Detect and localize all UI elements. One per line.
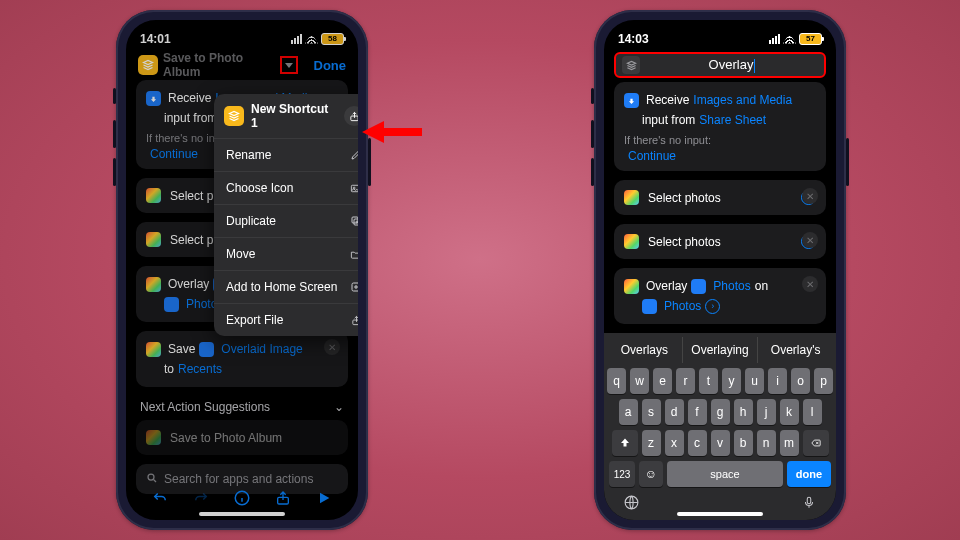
key-y[interactable]: y [722, 368, 741, 394]
key-p[interactable]: p [814, 368, 833, 394]
receive-icon [624, 93, 639, 108]
suggestion-1[interactable]: Overlays [607, 337, 683, 363]
key-c[interactable]: c [688, 430, 707, 456]
key-s[interactable]: s [642, 399, 661, 425]
key-l[interactable]: l [803, 399, 822, 425]
key-d[interactable]: d [665, 399, 684, 425]
suggestion-2[interactable]: Overlaying [683, 337, 759, 363]
pencil-icon [346, 149, 358, 161]
key-w[interactable]: w [630, 368, 649, 394]
key-m[interactable]: m [780, 430, 799, 456]
svg-rect-12 [807, 497, 811, 503]
key-q[interactable]: q [607, 368, 626, 394]
photo-icon [346, 183, 358, 194]
shift-key[interactable] [612, 430, 638, 456]
key-b[interactable]: b [734, 430, 753, 456]
shortcut-icon-placeholder [622, 56, 640, 74]
keyboard: Overlays Overlaying Overlay's qwertyuiop… [604, 333, 836, 520]
cellular-icon [769, 34, 780, 44]
key-a[interactable]: a [619, 399, 638, 425]
share-button[interactable] [344, 106, 358, 126]
key-o[interactable]: o [791, 368, 810, 394]
receive-source[interactable]: Share Sheet [699, 110, 766, 130]
key-e[interactable]: e [653, 368, 672, 394]
receive-types[interactable]: Images and Media [693, 90, 792, 110]
shortcut-icon [224, 106, 244, 126]
select-photos-action-2[interactable]: Select photos › ✕ [614, 224, 826, 259]
overlay-action[interactable]: ✕ Overlay Photos on Photos › [614, 268, 826, 324]
shortcut-name-field[interactable]: Overlay [614, 52, 826, 78]
key-k[interactable]: k [780, 399, 799, 425]
backspace-key[interactable] [803, 430, 829, 456]
photos-app-icon [624, 279, 639, 294]
menu-export[interactable]: Export File [214, 304, 358, 336]
shortcut-name: New Shortcut 1 [251, 102, 337, 130]
chevron-right-icon: › [705, 299, 720, 314]
key-i[interactable]: i [768, 368, 787, 394]
share-icon [346, 314, 358, 327]
variable-icon [691, 279, 706, 294]
key-g[interactable]: g [711, 399, 730, 425]
keyboard-done-button[interactable]: done [787, 461, 831, 487]
keyboard-suggestions: Overlays Overlaying Overlay's [607, 337, 833, 363]
photos-app-icon [624, 190, 639, 205]
key-x[interactable]: x [665, 430, 684, 456]
key-z[interactable]: z [642, 430, 661, 456]
duplicate-icon [346, 215, 358, 227]
key-v[interactable]: v [711, 430, 730, 456]
key-j[interactable]: j [757, 399, 776, 425]
space-key[interactable]: space [667, 461, 783, 487]
emoji-key[interactable]: ☺ [639, 461, 663, 487]
select-photos-action-1[interactable]: Select photos › ✕ [614, 180, 826, 215]
menu-rename[interactable]: Rename [214, 139, 358, 172]
menu-move[interactable]: Move [214, 238, 358, 271]
key-n[interactable]: n [757, 430, 776, 456]
status-time: 14:03 [618, 32, 649, 46]
dictation-key[interactable] [799, 492, 819, 512]
photos-app-icon [624, 234, 639, 249]
text-cursor [754, 59, 755, 73]
remove-action-button[interactable]: ✕ [802, 188, 818, 204]
phone-right: 14:03 57 Overlay [594, 10, 846, 530]
annotation-arrow [362, 118, 432, 160]
shortcut-context-menu: New Shortcut 1 Rename Choose Icon Duplic… [214, 94, 358, 336]
remove-action-button[interactable]: ✕ [802, 276, 818, 292]
key-r[interactable]: r [676, 368, 695, 394]
receive-card: Receive Images and Media input from Shar… [614, 82, 826, 171]
home-indicator[interactable] [677, 512, 763, 516]
numbers-key[interactable]: 123 [609, 461, 635, 487]
svg-rect-9 [353, 320, 358, 325]
plus-square-icon [346, 281, 358, 293]
key-t[interactable]: t [699, 368, 718, 394]
menu-duplicate[interactable]: Duplicate [214, 205, 358, 238]
no-input-action[interactable]: Continue [628, 149, 816, 163]
wifi-icon [783, 34, 796, 44]
variable-icon [642, 299, 657, 314]
suggestion-3[interactable]: Overlay's [758, 337, 833, 363]
menu-choose-icon[interactable]: Choose Icon [214, 172, 358, 205]
key-h[interactable]: h [734, 399, 753, 425]
battery-icon: 57 [799, 33, 822, 45]
phone-left: 14:01 58 Save to Photo Album Done [116, 10, 368, 530]
svg-marker-10 [362, 121, 422, 143]
menu-add-home[interactable]: Add to Home Screen [214, 271, 358, 304]
remove-action-button[interactable]: ✕ [802, 232, 818, 248]
key-f[interactable]: f [688, 399, 707, 425]
globe-key[interactable] [621, 492, 641, 512]
key-u[interactable]: u [745, 368, 764, 394]
folder-icon [346, 249, 358, 260]
